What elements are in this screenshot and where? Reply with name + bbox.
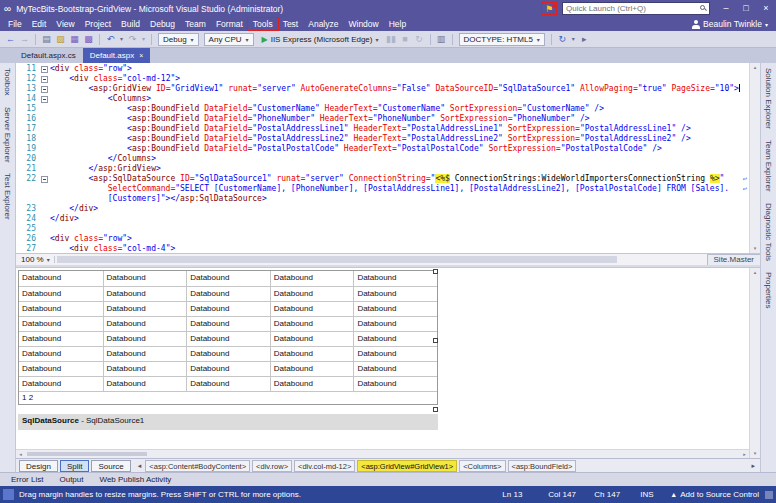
tag-path-item[interactable]: <asp:Content#BodyContent> [145, 460, 250, 472]
code-line-11[interactable]: 11<div class="row"> [16, 64, 749, 74]
scroll-down-icon[interactable]: ▾ [750, 244, 760, 253]
start-debugging-button[interactable]: ▶IIS Express (Microsoft Edge)▾ [259, 33, 382, 46]
code-line-23[interactable]: 23 </div> [16, 204, 749, 214]
panel-tab-team-explorer[interactable]: Team Explorer [764, 140, 773, 192]
gridview-pager[interactable]: 1 2 [19, 391, 437, 404]
code-line-21[interactable]: 21 </asp:GridView> [16, 164, 749, 174]
scroll-down-icon[interactable]: ▾ [750, 449, 760, 458]
view-button-design[interactable]: Design [19, 460, 58, 472]
nav-forward-icon[interactable]: → [18, 32, 31, 47]
panel-tab-server-explorer[interactable]: Server Explorer [3, 107, 12, 163]
browser-link-caret-icon[interactable]: ▾ [570, 32, 577, 47]
redo-icon[interactable]: ↷ [126, 32, 139, 47]
tag-path-item[interactable]: <asp:BoundField> [508, 460, 577, 472]
scrollbar-track[interactable] [25, 450, 740, 458]
code-text-area[interactable]: 11<div class="row">12 <div class="col-md… [16, 63, 749, 253]
solution-platform-dropdown[interactable]: Any CPU▾ [204, 33, 254, 46]
panel-tab-properties[interactable]: Properties [764, 272, 773, 308]
code-line-12[interactable]: 12 <div class="col-md-12"> [16, 74, 749, 84]
scrollbar-thumb[interactable] [57, 256, 618, 263]
scrollbar-thumb[interactable] [27, 452, 147, 456]
restart-icon[interactable]: ↻ [413, 32, 426, 47]
save-icon[interactable]: ▦ [68, 32, 81, 47]
menu-item-project[interactable]: Project [80, 18, 116, 30]
menu-item-analyze[interactable]: Analyze [303, 18, 343, 30]
close-button[interactable]: × [756, 0, 776, 17]
resize-handle[interactable] [433, 338, 438, 343]
design-vertical-scrollbar[interactable]: ▴ ▾ [749, 268, 760, 458]
minimize-button[interactable]: – [716, 0, 736, 17]
scrollbar-track[interactable] [750, 72, 760, 244]
fold-collapse-icon[interactable] [41, 66, 48, 73]
menu-item-view[interactable]: View [51, 18, 79, 30]
design-horizontal-scrollbar[interactable]: ◂ ▸ [16, 449, 749, 458]
nav-backward-icon[interactable]: ← [4, 32, 17, 47]
code-line-wrap[interactable]: [Customers]"></asp:SqlDataSource> [16, 194, 749, 204]
menu-item-window[interactable]: Window [343, 18, 383, 30]
new-project-icon[interactable]: ▤ [40, 32, 53, 47]
fold-collapse-icon[interactable] [41, 76, 48, 83]
quick-launch-input[interactable] [562, 2, 710, 15]
panel-tab-solution-explorer[interactable]: Solution Explorer [764, 68, 773, 129]
code-editor[interactable]: 11<div class="row">12 <div class="col-md… [16, 63, 760, 253]
fold-collapse-icon[interactable] [41, 86, 48, 93]
code-line-13[interactable]: 13 <asp:GridView ID="GridView1" runat="s… [16, 84, 749, 94]
menu-item-file[interactable]: File [3, 18, 27, 30]
undo-icon[interactable]: ↶ [104, 32, 117, 47]
stop-icon[interactable]: ■ [399, 32, 412, 47]
bottom-panel-tab-web-publish-activity[interactable]: Web Publish Activity [92, 473, 178, 487]
code-line-15[interactable]: 15 <asp:BoundField DataField="CustomerNa… [16, 104, 749, 114]
add-to-source-control-button[interactable]: ▲ Add to Source Control [670, 490, 759, 499]
code-line-20[interactable]: 20 </Columns> [16, 154, 749, 164]
panel-tab-diagnostic-tools[interactable]: Diagnostic Tools [764, 203, 773, 261]
solution-configuration-dropdown[interactable]: Debug▾ [158, 33, 199, 46]
code-line-14[interactable]: 14 <Columns> [16, 94, 749, 104]
scrollbar-track[interactable] [750, 277, 760, 449]
browser-link-refresh-icon[interactable]: ↻ [556, 32, 569, 47]
scroll-up-icon[interactable]: ▴ [750, 63, 760, 72]
code-line-26[interactable]: 26<div class="row"> [16, 234, 749, 244]
tab-close-icon[interactable]: × [139, 48, 143, 63]
tag-path-item[interactable]: <asp:GridView#GridView1> [357, 460, 457, 472]
resize-handle[interactable] [433, 269, 438, 274]
menu-item-edit[interactable]: Edit [27, 18, 52, 30]
design-surface[interactable]: DataboundDataboundDataboundDataboundData… [16, 268, 749, 458]
maximize-button[interactable]: □ [736, 0, 756, 17]
document-tab-default-aspx-cs[interactable]: Default.aspx.cs [14, 48, 83, 63]
code-line-22[interactable]: 22 <asp:SqlDataSource ID="SqlDataSource1… [16, 174, 749, 184]
toolbar-overflow-icon[interactable]: ▸ [578, 32, 591, 47]
show-output-icon[interactable]: ▥ [435, 32, 448, 47]
menu-item-help[interactable]: Help [384, 18, 411, 30]
save-all-icon[interactable]: ▩ [82, 32, 95, 47]
fold-collapse-icon[interactable] [41, 176, 48, 183]
menu-item-format[interactable]: Format [211, 18, 248, 30]
menu-item-team[interactable]: Team [180, 18, 211, 30]
bottom-panel-tab-error-list[interactable]: Error List [4, 473, 50, 487]
menu-item-test[interactable]: Test [278, 18, 304, 30]
tag-path-item[interactable]: <div.col-md-12> [294, 460, 355, 472]
zoom-level[interactable]: 100 % [16, 255, 47, 264]
redo-dropdown-caret-icon[interactable]: ▾ [140, 32, 147, 47]
scroll-right-icon[interactable]: ▸ [740, 450, 749, 459]
code-line-16[interactable]: 16 <asp:BoundField DataField="PhoneNumbe… [16, 114, 749, 124]
user-account-menu[interactable]: Beaulin Twinkle ▾ [691, 19, 768, 29]
menu-item-build[interactable]: Build [116, 18, 145, 30]
tag-path-item[interactable]: <div.row> [252, 460, 292, 472]
view-button-source[interactable]: Source [91, 460, 130, 472]
code-line-25[interactable]: 25 [16, 224, 749, 234]
open-file-icon[interactable]: ▨ [54, 32, 67, 47]
scroll-up-icon[interactable]: ▴ [750, 268, 760, 277]
tag-path-scroll-right-icon[interactable]: ▸ [749, 462, 757, 470]
document-tab-default-aspx[interactable]: Default.aspx× [83, 48, 151, 63]
panel-tab-toolbox[interactable]: Toolbox [3, 68, 12, 96]
zoom-caret-icon[interactable]: ▾ [47, 256, 55, 263]
bottom-panel-tab-output[interactable]: Output [52, 473, 90, 487]
doctype-dropdown[interactable]: DOCTYPE: HTML5▾ [459, 33, 545, 46]
scroll-left-icon[interactable]: ◂ [16, 450, 25, 459]
code-line-27[interactable]: 27 <div class="col-md-4"> [16, 244, 749, 253]
code-line-24[interactable]: 24</div> [16, 214, 749, 224]
code-line-17[interactable]: 17 <asp:BoundField DataField="PostalAddr… [16, 124, 749, 134]
resize-handle[interactable] [433, 407, 438, 412]
undo-dropdown-caret-icon[interactable]: ▾ [118, 32, 125, 47]
panel-tab-test-explorer[interactable]: Test Explorer [3, 173, 12, 220]
